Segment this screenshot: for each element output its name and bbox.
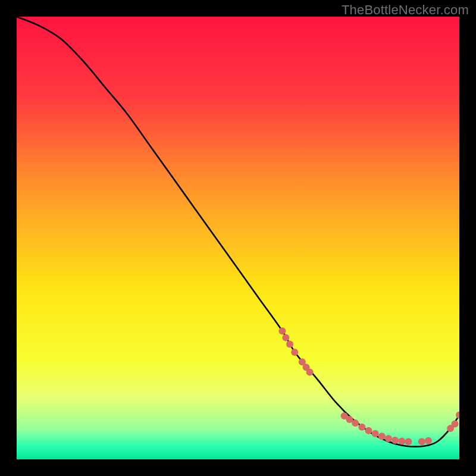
marker-point bbox=[425, 437, 432, 444]
marker-point bbox=[372, 430, 379, 437]
marker-point bbox=[365, 427, 372, 434]
chart-frame: TheBottleNecker.com bbox=[0, 0, 476, 476]
marker-point bbox=[278, 327, 286, 334]
marker-point bbox=[282, 334, 289, 341]
marker-point bbox=[398, 437, 405, 444]
marker-point bbox=[405, 438, 412, 445]
gradient-background bbox=[17, 17, 459, 459]
marker-point bbox=[358, 424, 365, 431]
marker-point bbox=[385, 435, 392, 442]
marker-point bbox=[452, 420, 459, 427]
marker-point bbox=[418, 438, 425, 445]
marker-point bbox=[352, 419, 359, 427]
bottleneck-chart bbox=[17, 17, 459, 459]
attribution-label: TheBottleNecker.com bbox=[342, 2, 469, 18]
marker-point bbox=[291, 349, 298, 356]
marker-point bbox=[378, 433, 386, 440]
marker-point bbox=[392, 437, 399, 444]
marker-point bbox=[306, 368, 314, 375]
marker-point bbox=[286, 341, 293, 348]
